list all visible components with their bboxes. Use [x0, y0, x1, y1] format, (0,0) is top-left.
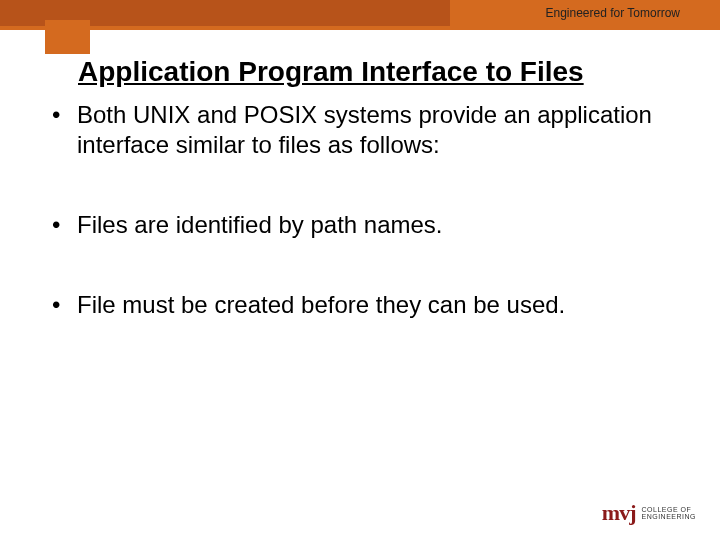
title-tab — [45, 20, 90, 54]
list-item: Both UNIX and POSIX systems provide an a… — [52, 100, 672, 160]
logo-line1: COLLEGE OF — [641, 506, 691, 513]
bullet-list: Both UNIX and POSIX systems provide an a… — [52, 100, 672, 360]
list-item: Files are identified by path names. — [52, 210, 672, 240]
slide: Engineered for Tomorrow Application Prog… — [0, 0, 720, 540]
slide-title: Application Program Interface to Files — [78, 56, 584, 88]
logo-line2: ENGINEERING — [641, 513, 696, 520]
logo-text: COLLEGE OF ENGINEERING — [641, 506, 696, 521]
logo-mark: mvj — [602, 500, 636, 526]
footer-logo: mvj COLLEGE OF ENGINEERING — [602, 500, 696, 526]
tagline: Engineered for Tomorrow — [545, 6, 680, 20]
list-item: File must be created before they can be … — [52, 290, 672, 320]
